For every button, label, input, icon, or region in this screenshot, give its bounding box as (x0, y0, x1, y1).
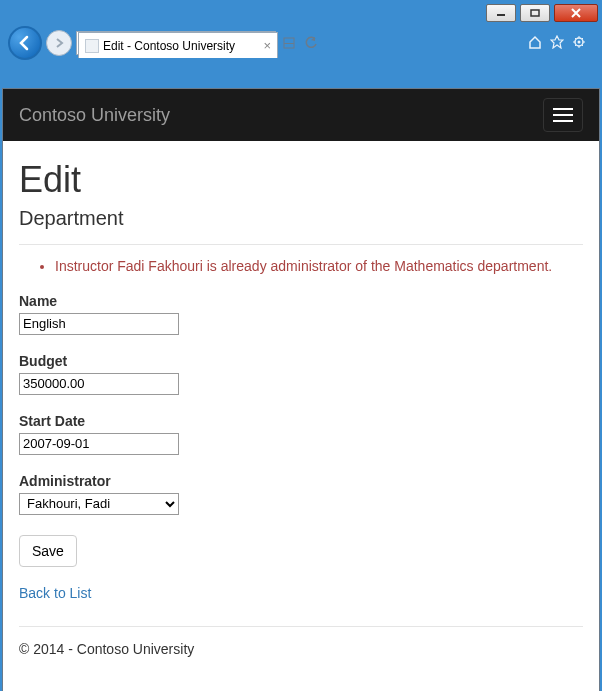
page-icon (85, 39, 99, 53)
budget-label: Budget (19, 353, 583, 369)
compat-view-icon[interactable] (280, 34, 298, 52)
arrow-right-icon (53, 37, 65, 49)
app-navbar: Contoso University (3, 89, 599, 141)
nav-back-button[interactable] (8, 26, 42, 60)
svg-rect-0 (497, 14, 505, 16)
tab-title: Edit - Contoso University (103, 39, 235, 53)
budget-input[interactable] (19, 373, 179, 395)
startdate-input[interactable] (19, 433, 179, 455)
window-close-button[interactable] (554, 4, 598, 22)
page-content: Edit Department Instructor Fadi Fakhouri… (3, 141, 599, 667)
hamburger-icon (553, 108, 573, 110)
name-input[interactable] (19, 313, 179, 335)
tools-icon[interactable] (572, 35, 586, 52)
save-button[interactable]: Save (19, 535, 77, 567)
validation-error: Instructor Fadi Fakhouri is already admi… (55, 257, 583, 277)
brand-text: Contoso University (19, 105, 170, 126)
minimize-icon (496, 9, 506, 17)
page-subtitle: Department (19, 207, 583, 230)
close-icon (570, 8, 582, 18)
browser-window: http://localhost:16: Edit - C (0, 0, 602, 691)
favorites-icon[interactable] (550, 35, 564, 52)
svg-point-6 (578, 40, 581, 43)
svg-rect-4 (284, 43, 294, 44)
browser-tab[interactable]: Edit - Contoso University × (78, 32, 278, 58)
field-name: Name (19, 293, 583, 335)
nav-forward-button[interactable] (46, 30, 72, 56)
arrow-left-icon (16, 34, 34, 52)
back-to-list-link[interactable]: Back to List (19, 585, 91, 601)
divider (19, 244, 583, 245)
name-label: Name (19, 293, 583, 309)
window-minimize-button[interactable] (486, 4, 516, 22)
administrator-label: Administrator (19, 473, 583, 489)
tab-close-button[interactable]: × (263, 38, 271, 53)
validation-summary: Instructor Fadi Fakhouri is already admi… (19, 257, 583, 277)
footer-divider (19, 626, 583, 627)
field-administrator: Administrator Fakhouri, Fadi (19, 473, 583, 515)
svg-rect-1 (531, 10, 539, 16)
home-icon[interactable] (528, 35, 542, 52)
administrator-select[interactable]: Fakhouri, Fadi (19, 493, 179, 515)
tab-strip: Edit - Contoso University × (2, 60, 600, 88)
page-title: Edit (19, 159, 583, 201)
footer-text: © 2014 - Contoso University (19, 641, 583, 657)
browser-tools (528, 30, 594, 56)
field-startdate: Start Date (19, 413, 583, 455)
startdate-label: Start Date (19, 413, 583, 429)
window-titlebar (2, 2, 600, 26)
maximize-icon (530, 9, 540, 17)
window-maximize-button[interactable] (520, 4, 550, 22)
field-budget: Budget (19, 353, 583, 395)
page-viewport: Contoso University Edit Department Instr… (2, 88, 600, 691)
menu-toggle-button[interactable] (543, 98, 583, 132)
refresh-button[interactable] (302, 34, 320, 52)
